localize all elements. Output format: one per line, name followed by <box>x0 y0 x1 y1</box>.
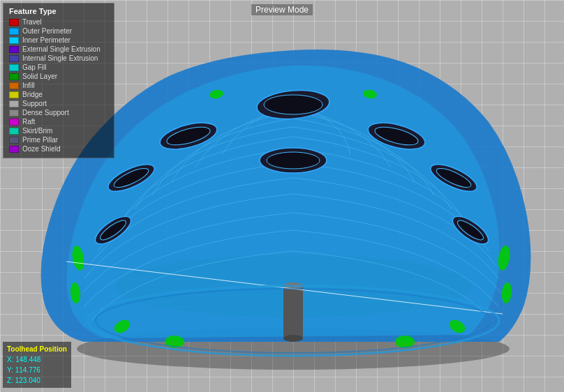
legend-item: Gap Fill <box>9 63 108 71</box>
legend-item: Skirt/Brim <box>9 127 108 135</box>
legend-panel: Feature Type TravelOuter PerimeterInner … <box>3 3 114 158</box>
legend-item: Bridge <box>9 91 108 98</box>
legend-swatch <box>9 137 19 144</box>
svg-point-27 <box>283 335 303 342</box>
legend-item-label: Solid Layer <box>22 73 57 80</box>
legend-item: Solid Layer <box>9 73 108 80</box>
legend-swatch <box>9 82 19 89</box>
toolhead-z: Z: 123.040 <box>7 375 67 386</box>
toolhead-y: Y: 114.776 <box>7 365 67 375</box>
legend-item: Support <box>9 100 108 107</box>
legend-swatch <box>9 128 19 135</box>
legend-swatch <box>9 119 19 126</box>
toolhead-x-value: 148.448 <box>15 356 40 363</box>
svg-point-24 <box>267 152 320 169</box>
legend-item-label: Outer Perimeter <box>22 27 72 35</box>
legend-item-label: Gap Fill <box>22 63 46 71</box>
legend-item-label: Internal Single Extrusion <box>22 54 98 62</box>
legend-swatch <box>9 28 19 35</box>
legend-item: Raft <box>9 118 108 126</box>
legend-item-label: Bridge <box>22 91 43 98</box>
legend-item-label: Skirt/Brim <box>22 127 52 135</box>
legend-swatch <box>9 19 19 26</box>
viewport: Feature Type TravelOuter PerimeterInner … <box>0 0 564 392</box>
legend-item: External Single Extrusion <box>9 45 108 53</box>
legend-swatch <box>9 64 19 71</box>
svg-rect-25 <box>283 286 303 338</box>
legend-item: Dense Support <box>9 109 108 116</box>
legend-item-label: Inner Perimeter <box>22 36 70 44</box>
toolhead-z-value: 123.040 <box>15 377 40 384</box>
legend-swatch <box>9 55 19 62</box>
legend-item: Ooze Shield <box>9 145 108 153</box>
preview-mode-label: Preview Mode <box>251 4 313 15</box>
toolhead-y-label: Y: <box>7 366 13 374</box>
toolhead-x-label: X: <box>7 356 13 363</box>
legend-item: Prime Pillar <box>9 136 108 144</box>
legend-item-label: Travel <box>22 18 41 26</box>
legend-swatch <box>9 37 19 44</box>
legend-item: Internal Single Extrusion <box>9 54 108 62</box>
legend-item: Outer Perimeter <box>9 27 108 35</box>
legend-swatch <box>9 46 19 53</box>
legend-swatch <box>9 91 19 98</box>
legend-swatch <box>9 110 19 116</box>
legend-item-label: Raft <box>22 118 35 126</box>
legend-item-label: External Single Extrusion <box>22 45 101 53</box>
legend-items: TravelOuter PerimeterInner PerimeterExte… <box>9 18 108 153</box>
legend-item-label: Support <box>22 100 47 107</box>
legend-item-label: Dense Support <box>22 109 69 116</box>
legend-item: Travel <box>9 18 108 26</box>
toolhead-position: Toolhead Position X: 148.448 Y: 114.776 … <box>3 342 71 388</box>
legend-item-label: Infill <box>22 82 35 89</box>
legend-swatch <box>9 100 19 107</box>
legend-swatch <box>9 73 19 80</box>
toolhead-y-value: 114.776 <box>15 366 40 374</box>
legend-item-label: Prime Pillar <box>22 136 58 144</box>
legend-swatch <box>9 146 19 153</box>
legend-item-label: Ooze Shield <box>22 145 60 153</box>
toolhead-z-label: Z: <box>7 377 13 384</box>
legend-item: Inner Perimeter <box>9 36 108 44</box>
legend-item: Infill <box>9 82 108 89</box>
toolhead-x: X: 148.448 <box>7 354 67 365</box>
svg-point-10 <box>264 95 322 114</box>
toolhead-title: Toolhead Position <box>7 344 67 354</box>
legend-title: Feature Type <box>9 7 108 15</box>
